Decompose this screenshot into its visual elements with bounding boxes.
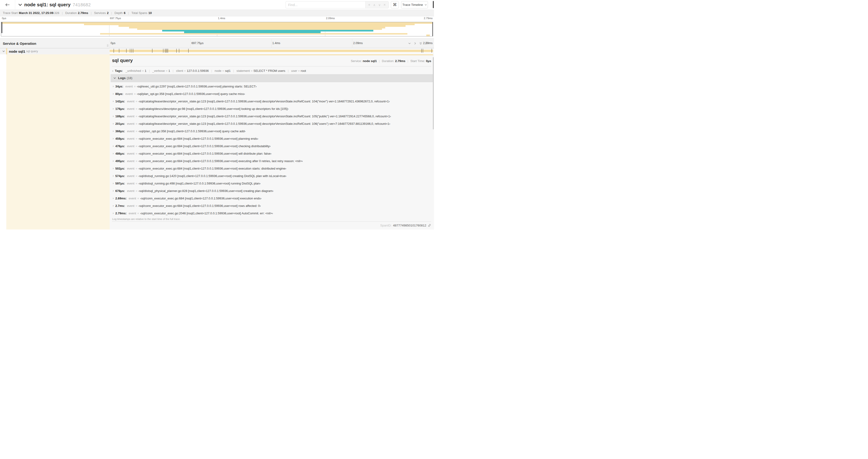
chevron-right-icon[interactable]: ›	[113, 197, 114, 200]
summary-label: Total Spans	[131, 11, 147, 15]
log-entry[interactable]: ›201μs:event=‹sql/catalog/lease/descript…	[113, 120, 432, 127]
chevron-right-icon[interactable]: ›	[113, 159, 114, 163]
log-value: ‹sql/catalog/descs/descriptor.go:98 [nsq…	[138, 107, 288, 110]
chevron-right-icon[interactable]: ›	[113, 85, 114, 88]
log-entry[interactable]: ›80μs:event=‹sql/plan_opt.go:358 [nsql1,…	[113, 90, 432, 97]
log-entry[interactable]: ›495μs:event=‹sql/conn_executor_exec.go:…	[113, 157, 432, 165]
log-timestamp: 142μs:	[115, 100, 125, 103]
log-equals: =	[135, 137, 137, 140]
log-timestamp: 486μs:	[115, 152, 125, 155]
trace-title-wrap: node sql1: sql query 7418682	[18, 0, 91, 9]
summary-item: Depth6	[108, 11, 125, 15]
column-resizer-grip[interactable]	[107, 44, 108, 47]
tag-equals: =	[142, 69, 144, 72]
logs-count: (18)	[127, 76, 132, 80]
chevron-right-icon[interactable]: ›	[113, 167, 114, 170]
minimap-left-scrubber[interactable]	[1, 22, 2, 33]
detail-meta-label: Start Time:	[410, 59, 425, 63]
log-entry[interactable]: ›678μs:event=‹sql/distsql_physical_plann…	[113, 187, 432, 195]
log-tick	[119, 49, 119, 53]
chevron-right-icon[interactable]: ›	[113, 152, 114, 155]
tick-label: 0μs	[111, 41, 115, 45]
clear-search-icon[interactable]: ×	[383, 3, 386, 7]
logs-header[interactable]: Logs (18)	[111, 74, 433, 82]
log-entry[interactable]: ›189μs:event=‹sql/catalog/lease/descript…	[113, 112, 432, 120]
page-scrollbar-thumb[interactable]	[433, 1, 434, 8]
chevron-right-icon[interactable]: ›	[113, 122, 114, 125]
deep-link-icon[interactable]	[428, 224, 431, 227]
chevron-right-icon[interactable]: ›	[112, 69, 113, 72]
minimap-span-bar	[1, 22, 433, 24]
detail-meta: Service:node sql1 Duration:2.79ms Start …	[351, 59, 431, 63]
log-field-key: event	[129, 211, 136, 215]
summary-item: Duration2.79ms	[59, 11, 88, 15]
span-duration-bar[interactable]	[110, 50, 433, 52]
log-entry[interactable]: ›459μs:event=‹sql/conn_executor_exec.go:…	[113, 135, 432, 142]
log-entry[interactable]: ›476μs:event=‹sql/conn_executor_exec.go:…	[113, 142, 432, 150]
chevron-right-icon[interactable]: ›	[113, 204, 114, 207]
detail-scrollbar-thumb[interactable]	[433, 57, 434, 129]
focus-target-icon[interactable]: ⌖	[368, 3, 370, 7]
log-entry[interactable]: ›2.7ms:event=‹sql/conn_executor_exec.go:…	[113, 202, 432, 209]
span-row: node sql1 sql query	[0, 48, 434, 54]
tags-row[interactable]: › Tags: _unfinished=1 _verbose=1 client=…	[112, 68, 306, 73]
log-entry[interactable]: ›2.69ms:event=‹sql/conn_executor_exec.go…	[113, 195, 432, 202]
log-value: ‹sql/conn_executor_exec.go:684 [nsql1,cl…	[138, 144, 271, 148]
tag-item: user=root	[285, 69, 306, 72]
log-field-key: event	[127, 122, 134, 126]
chevron-down-icon[interactable]	[2, 51, 5, 52]
tag-item: node=sql1	[209, 69, 230, 72]
chevron-down-icon[interactable]	[18, 3, 22, 6]
view-selector-button[interactable]: Trace Timeline	[401, 1, 428, 8]
log-equals: =	[135, 100, 137, 103]
chevron-down-icon[interactable]	[114, 77, 116, 79]
log-entry[interactable]: ›486μs:event=‹sql/conn_executor_exec.go:…	[113, 150, 432, 157]
chevron-right-icon[interactable]: ›	[113, 144, 114, 147]
find-box: ⌖ ∧ ∨ ×	[286, 1, 389, 8]
log-entry[interactable]: ›2.79ms:event=‹sql/conn_executor_exec.go…	[113, 209, 432, 217]
chevron-right-icon[interactable]: ›	[113, 182, 114, 185]
log-equals: =	[135, 189, 137, 193]
chevron-right-icon[interactable]: ›	[113, 92, 114, 95]
tag-value: 1	[145, 69, 146, 72]
chevron-right-icon[interactable]: ›	[113, 174, 114, 177]
summary-label: Depth	[115, 11, 123, 15]
span-row-timeline-cell[interactable]	[110, 48, 434, 54]
chevron-right-icon[interactable]: ›	[113, 129, 114, 133]
log-field-key: event	[127, 107, 134, 110]
chevron-right-icon[interactable]: ›	[113, 189, 114, 192]
log-entry[interactable]: ›366μs:event=‹sql/plan_opt.go:358 [nsql1…	[113, 127, 432, 135]
find-input[interactable]	[286, 1, 365, 8]
log-tick	[152, 49, 152, 53]
span-row-name-cell[interactable]: node sql1 sql query	[0, 48, 110, 54]
log-entry[interactable]: ›34μs:event=‹sql/exec_util.go:2297 [nsql…	[113, 83, 432, 90]
chevron-right-icon[interactable]: ›	[113, 137, 114, 140]
detail-meta-label: Duration:	[382, 59, 394, 63]
log-equals: =	[134, 85, 136, 88]
minimap-canvas[interactable]	[1, 22, 433, 36]
log-timestamp: 201μs:	[115, 122, 125, 126]
log-entry[interactable]: ›574μs:event=‹sql/distsql_running.go:142…	[113, 172, 432, 179]
log-value: ‹sql/distsql_physical_planner.go:828 [ns…	[138, 189, 274, 193]
tag-item: client=127.0.0.1:59936	[170, 69, 209, 72]
chevron-down-icon	[425, 4, 427, 6]
log-value: ‹sql/catalog/lease/descriptor_version_st…	[138, 122, 391, 126]
chevron-right-icon[interactable]: ›	[113, 100, 114, 103]
back-button[interactable]	[0, 0, 15, 9]
next-result-icon[interactable]: ∨	[378, 3, 380, 6]
keyboard-shortcuts-button[interactable]: ⌘	[391, 1, 399, 8]
log-entry[interactable]: ›176μs:event=‹sql/catalog/descs/descript…	[113, 105, 432, 112]
log-entry[interactable]: ›502μs:event=‹sql/conn_executor_exec.go:…	[113, 165, 432, 172]
log-entry[interactable]: ›142μs:event=‹sql/catalog/lease/descript…	[113, 97, 432, 105]
prev-result-icon[interactable]: ∧	[373, 3, 375, 6]
log-entry[interactable]: ›597μs:event=‹sql/distsql_running.go:498…	[113, 179, 432, 187]
summary-value: March 31 2022, 17:25:09	[19, 11, 54, 15]
minimap-right-scrubber[interactable]	[432, 22, 433, 36]
span-id-row: SpanID: 4877749850101760812	[380, 224, 431, 227]
tick-label: 697.75μs	[110, 17, 121, 20]
chevron-right-icon[interactable]: ›	[113, 211, 114, 215]
chevron-right-icon[interactable]: ›	[113, 114, 114, 118]
trace-summary-bar: Trace StartMarch 31 2022, 17:25:09.326 D…	[0, 9, 434, 16]
chevron-right-icon[interactable]: ›	[113, 107, 114, 110]
trace-timeline-page: node sql1: sql query 7418682 ⌖ ∧ ∨ × ⌘ T…	[0, 0, 434, 230]
